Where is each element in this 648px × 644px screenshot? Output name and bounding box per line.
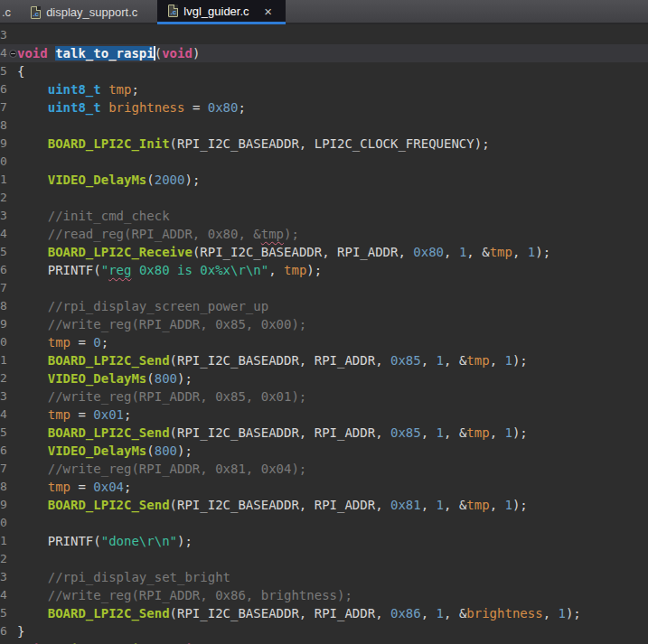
code-token[interactable]	[101, 100, 108, 115]
line-number[interactable]: 7	[0, 98, 9, 117]
code-token[interactable]: BOARD_LPI2C_Receive	[48, 245, 193, 259]
code-line[interactable]: 0 tmp = 0;	[0, 333, 648, 351]
code-token[interactable]: (RPI_I2C_BASEADDR, LPI2C_CLOCK_FREQUENCY…	[170, 136, 490, 151]
code-token[interactable]: 0x80 is 0x%x\r\n"	[131, 263, 268, 277]
code-token[interactable]: 0	[93, 335, 100, 350]
code-line[interactable]: 7	[0, 279, 648, 297]
code-token[interactable]: tmp	[466, 353, 489, 368]
code-token[interactable]: //write_reg(RPI_ADDR, 0x81, 0x04);	[17, 462, 306, 476]
code-text[interactable]: BOARD_LPI2C_Receive(RPI_I2C_BASEADDR, RP…	[17, 243, 648, 261]
line-number[interactable]: 6	[0, 261, 9, 279]
line-number[interactable]: 8	[0, 297, 9, 315]
code-token[interactable]: tmp	[466, 498, 489, 512]
code-token[interactable]: 2000	[155, 173, 185, 187]
code-token[interactable]: );	[535, 245, 550, 259]
code-line[interactable]: 0	[0, 514, 648, 532]
code-token[interactable]: BOARD_LPI2C_Send	[48, 425, 170, 440]
code-text[interactable]: uint8_t tmp;	[17, 80, 648, 98]
code-token[interactable]: ,	[512, 245, 528, 259]
code-text[interactable]: //write_reg(RPI_ADDR, 0x86, brightness);	[17, 586, 648, 604]
code-token[interactable]: //rpi_display_set_bright	[17, 570, 230, 584]
code-token[interactable]: (	[146, 173, 154, 187]
code-line[interactable]: 3 //init_cmd_check	[0, 207, 648, 225]
code-token[interactable]: {	[17, 64, 24, 79]
code-token[interactable]	[17, 136, 48, 151]
code-text[interactable]: tmp = 0;	[17, 333, 648, 351]
code-token[interactable]: =	[70, 480, 93, 494]
line-number[interactable]: 2	[0, 369, 9, 387]
code-line[interactable]: 2 VIDEO_DelayMs(800);	[0, 369, 648, 387]
code-token[interactable]: , &	[444, 353, 466, 368]
code-line[interactable]: 0	[0, 153, 648, 171]
line-number[interactable]: 5	[0, 604, 9, 622]
code-token[interactable]: }	[17, 624, 24, 639]
code-line[interactable]: 4 //write_reg(RPI_ADDR, 0x86, brightness…	[0, 586, 648, 604]
code-token[interactable]: tmp	[108, 82, 131, 97]
code-token[interactable]: brightness	[108, 100, 184, 115]
code-token[interactable]: reg	[108, 263, 131, 277]
code-token[interactable]: =	[70, 335, 93, 350]
line-number[interactable]: 3	[0, 568, 9, 586]
code-token[interactable]: 0x80	[413, 245, 444, 259]
line-number[interactable]: 6	[0, 80, 9, 98]
line-number[interactable]: 2	[0, 189, 9, 207]
code-line[interactable]: 5 BOARD_LPI2C_Send(RPI_I2C_BASEADDR, RPI…	[0, 424, 648, 442]
code-line[interactable]: 1 BOARD_LPI2C_Send(RPI_I2C_BASEADDR, RPI…	[0, 351, 648, 369]
code-token[interactable]: (RPI_I2C_BASEADDR, RPI_ADDR,	[193, 245, 413, 259]
tab-lvgl-guider[interactable]: .c lvgl_guider.c ×	[157, 0, 285, 24]
code-token[interactable]: 0x80	[208, 100, 239, 115]
code-token[interactable]: );	[177, 443, 193, 458]
code-token[interactable]: 1	[437, 606, 444, 621]
code-line[interactable]: 7void rpi_set_bright(void)	[0, 640, 648, 644]
code-token[interactable]: ,	[543, 606, 559, 621]
code-token[interactable]	[17, 173, 48, 187]
code-text[interactable]: BOARD_LPI2C_Send(RPI_I2C_BASEADDR, RPI_A…	[17, 351, 648, 369]
line-number[interactable]: 3	[0, 26, 9, 44]
code-token[interactable]: (	[155, 46, 162, 61]
code-token[interactable]: (RPI_I2C_BASEADDR, RPI_ADDR,	[170, 353, 390, 368]
code-line[interactable]: 9 BOARD_LPI2C_Init(RPI_I2C_BASEADDR, LPI…	[0, 135, 648, 153]
code-text[interactable]: BOARD_LPI2C_Send(RPI_I2C_BASEADDR, RPI_A…	[17, 496, 648, 514]
code-token[interactable]: );	[177, 534, 193, 548]
code-token[interactable]: 1	[504, 425, 512, 440]
code-line[interactable]: 4void talk_to_raspi(void)	[0, 44, 648, 62]
code-line[interactable]: 8 //rpi_display_screen_power_up	[0, 297, 648, 315]
code-line[interactable]: 6 VIDEO_DelayMs(800);	[0, 442, 648, 460]
line-number[interactable]: 5	[0, 424, 9, 442]
code-token[interactable]: ,	[421, 425, 437, 440]
line-number[interactable]: 6	[0, 442, 9, 460]
code-text[interactable]: void talk_to_raspi(void)	[17, 44, 648, 62]
code-text[interactable]: PRINTF("reg 0x80 is 0x%x\r\n", tmp);	[17, 261, 648, 279]
code-line[interactable]: 3 //write_reg(RPI_ADDR, 0x85, 0x01);	[0, 387, 648, 406]
code-token[interactable]: (RPI_I2C_BASEADDR, RPI_ADDR,	[170, 606, 390, 621]
code-line[interactable]: 3 //rpi_display_set_bright	[0, 568, 648, 586]
code-text[interactable]: BOARD_LPI2C_Send(RPI_I2C_BASEADDR, RPI_A…	[17, 424, 648, 442]
code-line[interactable]: 7 //write_reg(RPI_ADDR, 0x81, 0x04);	[0, 460, 648, 478]
code-line[interactable]: 1 VIDEO_DelayMs(2000);	[0, 171, 648, 189]
code-token[interactable]: ;	[124, 407, 131, 422]
code-token[interactable]: , &	[444, 425, 466, 440]
code-token[interactable]: 0x85	[390, 425, 421, 440]
code-line[interactable]: 6}	[0, 622, 648, 640]
code-line[interactable]: 6 uint8_t tmp;	[0, 80, 648, 98]
code-text[interactable]: {	[17, 62, 648, 80]
line-number[interactable]: 8	[0, 117, 9, 135]
code-token[interactable]: BOARD_LPI2C_Send	[48, 498, 170, 512]
code-token[interactable]: 0x85	[390, 353, 421, 368]
code-token[interactable]	[17, 407, 48, 422]
code-text[interactable]: void rpi_set_bright(void)	[17, 640, 648, 644]
line-number[interactable]: 1	[0, 532, 9, 550]
line-number[interactable]: 6	[0, 622, 9, 640]
code-token[interactable]: tmp	[48, 407, 70, 422]
code-token[interactable]: 0x04	[93, 480, 124, 494]
code-token[interactable]: );	[512, 498, 528, 512]
code-token[interactable]: ,	[490, 425, 505, 440]
code-text[interactable]: //read_reg(RPI_ADDR, 0x80, &tmp);	[17, 225, 648, 243]
code-token[interactable]: //write_reg(RPI_ADDR, 0x85, 0x00);	[17, 317, 306, 331]
code-token[interactable]: =	[184, 100, 207, 115]
line-number[interactable]: 1	[0, 351, 9, 369]
code-line[interactable]: 2	[0, 550, 648, 568]
code-token[interactable]: (RPI_I2C_BASEADDR, RPI_ADDR,	[170, 498, 390, 512]
code-text[interactable]: VIDEO_DelayMs(800);	[17, 442, 648, 460]
code-token[interactable]: 1	[437, 498, 444, 512]
